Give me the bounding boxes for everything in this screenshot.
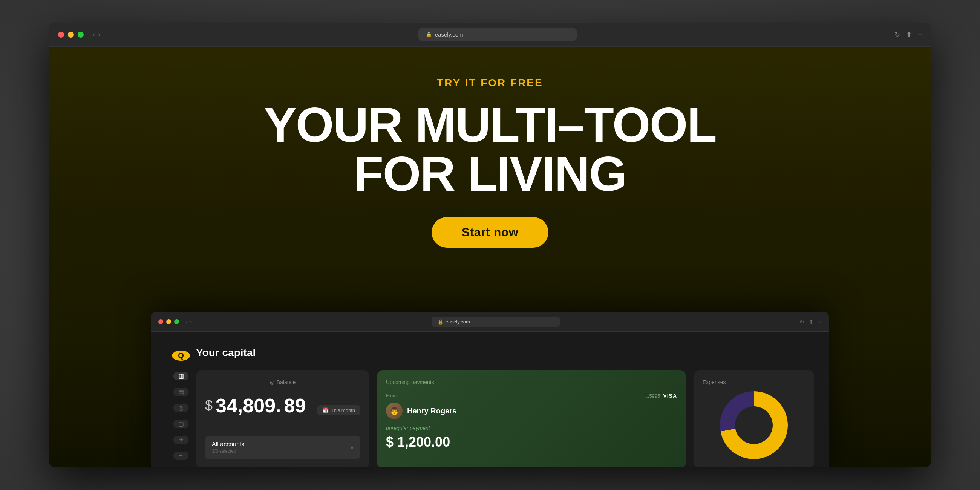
sidebar-logo[interactable]: Q — [172, 350, 190, 361]
start-now-button[interactable]: Start now — [431, 217, 549, 248]
desktop-background: ‹ › 🔒 easely.com ↻ ⬆ + TRY IT FOR FREE Y… — [0, 0, 980, 490]
balance-header-label: Balance — [277, 379, 296, 385]
dashboard-cards-row: ◎ Balance $ 34,809.89 — [196, 370, 814, 468]
inner-url-input[interactable]: 🔒 easely.com — [431, 317, 560, 327]
inner-lock-icon: 🔒 — [438, 319, 443, 325]
payment-from-label: From — [386, 393, 396, 398]
inner-browser-wrapper: ‹ › 🔒 easely.com ↻ ⬆ + — [151, 312, 829, 468]
avatar-emoji: 👨 — [390, 406, 399, 415]
sidebar-icon-travel[interactable]: ✈ — [173, 436, 188, 444]
sidebar-icon-money[interactable]: ◎ — [173, 404, 188, 412]
donut-chart-visual — [720, 391, 788, 459]
payment-type-label: unregular payment — [386, 425, 677, 431]
payment-person-row: 👨 Henry Rogers — [386, 402, 677, 419]
outer-nav-arrows: ‹ › — [93, 30, 100, 38]
inner-share-button[interactable]: ⬆ — [809, 318, 814, 325]
outer-browser-actions: ↻ ⬆ + — [894, 30, 922, 39]
hero-title-line1: YOUR MULTI–TOOL — [264, 97, 716, 152]
accounts-sublabel: 3/3 selected — [212, 449, 244, 454]
hero-area: TRY IT FOR FREE YOUR MULTI–TOOL FOR LIVI… — [49, 47, 931, 468]
outer-url-bar-container: 🔒 easely.com — [106, 28, 888, 41]
hero-title: YOUR MULTI–TOOL FOR LIVING — [264, 100, 716, 198]
outer-maximize-button[interactable] — [78, 32, 84, 38]
payment-card-info: ...5995 VISA — [645, 393, 677, 399]
expenses-card: Expenses — [694, 370, 814, 468]
inner-url-bar-container: 🔒 easely.com — [196, 317, 795, 327]
dashboard-page-title: Your capital — [196, 347, 814, 359]
payment-card-last4: ...5995 — [645, 393, 660, 399]
dashboard-main: Your capital ◎ Balance — [196, 347, 814, 460]
outer-traffic-lights — [58, 32, 84, 38]
accounts-label: All accounts — [212, 441, 244, 448]
dashboard-content: Q ▦ ▤ ◎ ▢ ✈ + Your capital — [151, 332, 829, 468]
payment-amount: $ 1,200.00 — [386, 434, 677, 450]
visa-badge: VISA — [663, 393, 677, 399]
outer-url-input[interactable]: 🔒 easely.com — [418, 28, 577, 41]
sidebar-icon-cards[interactable]: ▤ — [173, 388, 188, 396]
hero-title-line2: FOR LIVING — [353, 146, 627, 201]
outer-share-button[interactable]: ⬆ — [906, 30, 912, 39]
sidebar-icon-chart[interactable]: ▦ — [173, 372, 188, 380]
inner-forward-button[interactable]: › — [190, 318, 192, 325]
inner-browser-window: ‹ › 🔒 easely.com ↻ ⬆ + — [151, 312, 829, 468]
outer-reload-button[interactable]: ↻ — [894, 30, 900, 39]
inner-new-tab-button[interactable]: + — [818, 318, 822, 325]
payment-from-row: From ...5995 VISA — [386, 393, 677, 399]
outer-minimize-button[interactable] — [68, 32, 74, 38]
balance-card-header: ◎ Balance — [205, 379, 360, 385]
person-avatar: 👨 — [386, 402, 402, 419]
upcoming-payments-card: Upcoming payments From ...5995 VISA — [377, 370, 686, 468]
inner-close-button[interactable] — [158, 319, 163, 324]
sidebar-logo-letter: Q — [178, 351, 184, 360]
sidebar-icon-add[interactable]: + — [173, 452, 188, 460]
inner-browser-titlebar: ‹ › 🔒 easely.com ↻ ⬆ + — [151, 312, 829, 332]
inner-nav-arrows: ‹ › — [186, 318, 192, 325]
dashboard-sidebar: Q ▦ ▤ ◎ ▢ ✈ + — [166, 347, 196, 460]
inner-reload-button[interactable]: ↻ — [799, 318, 804, 325]
balance-header-icon: ◎ — [270, 379, 274, 385]
inner-maximize-button[interactable] — [174, 319, 179, 324]
balance-card: ◎ Balance $ 34,809.89 — [196, 370, 369, 468]
outer-forward-button[interactable]: › — [98, 30, 100, 38]
inner-url-text: easely.com — [445, 319, 470, 325]
balance-currency-symbol: $ — [205, 398, 213, 414]
sidebar-icon-bag[interactable]: ▢ — [173, 420, 188, 428]
calendar-icon: 📅 — [323, 407, 329, 413]
outer-close-button[interactable] — [58, 32, 64, 38]
balance-decimal-part: 89 — [284, 394, 306, 417]
outer-new-tab-button[interactable]: + — [918, 30, 922, 38]
inner-browser-actions: ↻ ⬆ + — [799, 318, 822, 325]
outer-back-button[interactable]: ‹ — [93, 30, 95, 38]
balance-amount-row: $ 34,809.89 📅 This month — [205, 394, 360, 426]
dropdown-chevron-icon: ▾ — [350, 444, 353, 451]
balance-amount-display: $ 34,809.89 — [205, 394, 306, 417]
outer-lock-icon: 🔒 — [426, 32, 432, 37]
upcoming-payments-header: Upcoming payments — [386, 379, 677, 385]
expenses-card-header: Expenses — [703, 379, 805, 385]
person-name: Henry Rogers — [407, 407, 457, 415]
outer-browser-window: ‹ › 🔒 easely.com ↻ ⬆ + TRY IT FOR FREE Y… — [49, 22, 931, 468]
inner-minimize-button[interactable] — [166, 319, 171, 324]
outer-browser-titlebar: ‹ › 🔒 easely.com ↻ ⬆ + — [49, 22, 931, 47]
expenses-donut-chart — [703, 391, 805, 459]
inner-back-button[interactable]: ‹ — [186, 318, 188, 325]
balance-integer-part: 34,809. — [216, 394, 281, 417]
hero-tagline: TRY IT FOR FREE — [437, 77, 543, 89]
this-month-label: This month — [331, 407, 355, 413]
accounts-dropdown[interactable]: All accounts 3/3 selected ▾ — [205, 436, 360, 459]
inner-traffic-lights — [158, 319, 179, 324]
this-month-badge[interactable]: 📅 This month — [317, 405, 360, 415]
outer-url-text: easely.com — [435, 31, 463, 38]
